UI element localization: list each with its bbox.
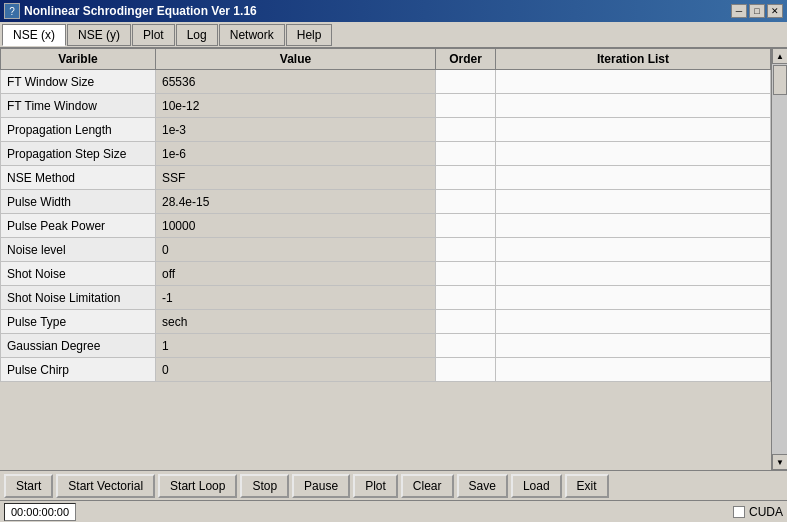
table-row: FT Window Size65536 (1, 70, 771, 94)
scroll-track[interactable] (772, 64, 787, 454)
cell-order (436, 358, 496, 382)
cell-value: 1 (156, 334, 436, 358)
cell-variable: Shot Noise Limitation (1, 286, 156, 310)
save-button[interactable]: Save (457, 474, 508, 498)
table-row: Pulse Width28.4e-15 (1, 190, 771, 214)
cell-variable: Noise level (1, 238, 156, 262)
cuda-checkbox[interactable] (733, 506, 745, 518)
menubar: NSE (x)NSE (y)PlotLogNetworkHelp (0, 22, 787, 48)
cell-iteration (496, 358, 771, 382)
menu-tab-nse-y[interactable]: NSE (y) (67, 24, 131, 46)
cell-variable: Gaussian Degree (1, 334, 156, 358)
cell-order (436, 310, 496, 334)
table-row: Pulse Chirp0 (1, 358, 771, 382)
menu-tab-network[interactable]: Network (219, 24, 285, 46)
cell-value: -1 (156, 286, 436, 310)
cell-value: 65536 (156, 70, 436, 94)
close-button[interactable]: ✕ (767, 4, 783, 18)
cell-order (436, 118, 496, 142)
cell-variable: Pulse Chirp (1, 358, 156, 382)
cell-order (436, 214, 496, 238)
table-row: Noise level0 (1, 238, 771, 262)
cell-variable: Propagation Length (1, 118, 156, 142)
table-row: Shot Noise Limitation-1 (1, 286, 771, 310)
cell-order (436, 190, 496, 214)
cell-variable: Pulse Width (1, 190, 156, 214)
cell-iteration (496, 310, 771, 334)
cuda-label: CUDA (749, 505, 783, 519)
cell-iteration (496, 214, 771, 238)
menu-tab-plot[interactable]: Plot (132, 24, 175, 46)
cell-order (436, 238, 496, 262)
cell-value: 28.4e-15 (156, 190, 436, 214)
cell-variable: Shot Noise (1, 262, 156, 286)
table-row: Gaussian Degree1 (1, 334, 771, 358)
clear-button[interactable]: Clear (401, 474, 454, 498)
cell-variable: Pulse Peak Power (1, 214, 156, 238)
cell-iteration (496, 286, 771, 310)
table-row: FT Time Window10e-12 (1, 94, 771, 118)
start-vectorial-button[interactable]: Start Vectorial (56, 474, 155, 498)
cell-value: 1e-3 (156, 118, 436, 142)
status-time: 00:00:00:00 (4, 503, 76, 521)
button-bar: StartStart VectorialStart LoopStopPauseP… (0, 470, 787, 500)
data-table: Varible Value Order Iteration List FT Wi… (0, 48, 771, 382)
table-row: Propagation Length1e-3 (1, 118, 771, 142)
cell-iteration (496, 70, 771, 94)
col-header-iteration: Iteration List (496, 49, 771, 70)
table-row: Shot Noiseoff (1, 262, 771, 286)
cell-iteration (496, 166, 771, 190)
cell-order (436, 262, 496, 286)
cell-iteration (496, 142, 771, 166)
cell-value: SSF (156, 166, 436, 190)
pause-button[interactable]: Pause (292, 474, 350, 498)
cell-iteration (496, 190, 771, 214)
cell-iteration (496, 334, 771, 358)
exit-button[interactable]: Exit (565, 474, 609, 498)
table-row: Pulse Peak Power10000 (1, 214, 771, 238)
cell-order (436, 70, 496, 94)
scroll-up-button[interactable]: ▲ (772, 48, 787, 64)
cell-variable: FT Time Window (1, 94, 156, 118)
cell-value: 10e-12 (156, 94, 436, 118)
titlebar-title: Nonlinear Schrodinger Equation Ver 1.16 (24, 4, 257, 18)
titlebar-left: ? Nonlinear Schrodinger Equation Ver 1.1… (4, 3, 257, 19)
scrollbar: ▲ ▼ (771, 48, 787, 470)
menu-tab-log[interactable]: Log (176, 24, 218, 46)
plot-button[interactable]: Plot (353, 474, 398, 498)
start-loop-button[interactable]: Start Loop (158, 474, 237, 498)
cell-value: 0 (156, 358, 436, 382)
load-button[interactable]: Load (511, 474, 562, 498)
menu-tab-nse-x[interactable]: NSE (x) (2, 24, 66, 46)
stop-button[interactable]: Stop (240, 474, 289, 498)
table-wrapper: Varible Value Order Iteration List FT Wi… (0, 48, 787, 470)
cell-iteration (496, 94, 771, 118)
col-header-value: Value (156, 49, 436, 70)
cell-value: sech (156, 310, 436, 334)
menu-tab-help[interactable]: Help (286, 24, 333, 46)
cell-variable: Propagation Step Size (1, 142, 156, 166)
cell-order (436, 286, 496, 310)
cell-order (436, 166, 496, 190)
table-scroll[interactable]: Varible Value Order Iteration List FT Wi… (0, 48, 771, 470)
cell-value: 0 (156, 238, 436, 262)
col-header-order: Order (436, 49, 496, 70)
cell-variable: NSE Method (1, 166, 156, 190)
titlebar: ? Nonlinear Schrodinger Equation Ver 1.1… (0, 0, 787, 22)
app-icon: ? (4, 3, 20, 19)
start-button[interactable]: Start (4, 474, 53, 498)
cell-value: 1e-6 (156, 142, 436, 166)
cell-variable: Pulse Type (1, 310, 156, 334)
minimize-button[interactable]: ─ (731, 4, 747, 18)
titlebar-controls: ─ □ ✕ (731, 4, 783, 18)
maximize-button[interactable]: □ (749, 4, 765, 18)
table-body: FT Window Size65536FT Time Window10e-12P… (1, 70, 771, 382)
cell-variable: FT Window Size (1, 70, 156, 94)
cell-iteration (496, 262, 771, 286)
table-header: Varible Value Order Iteration List (1, 49, 771, 70)
cell-order (436, 142, 496, 166)
cell-value: off (156, 262, 436, 286)
scroll-thumb[interactable] (773, 65, 787, 95)
scroll-down-button[interactable]: ▼ (772, 454, 787, 470)
cell-iteration (496, 238, 771, 262)
